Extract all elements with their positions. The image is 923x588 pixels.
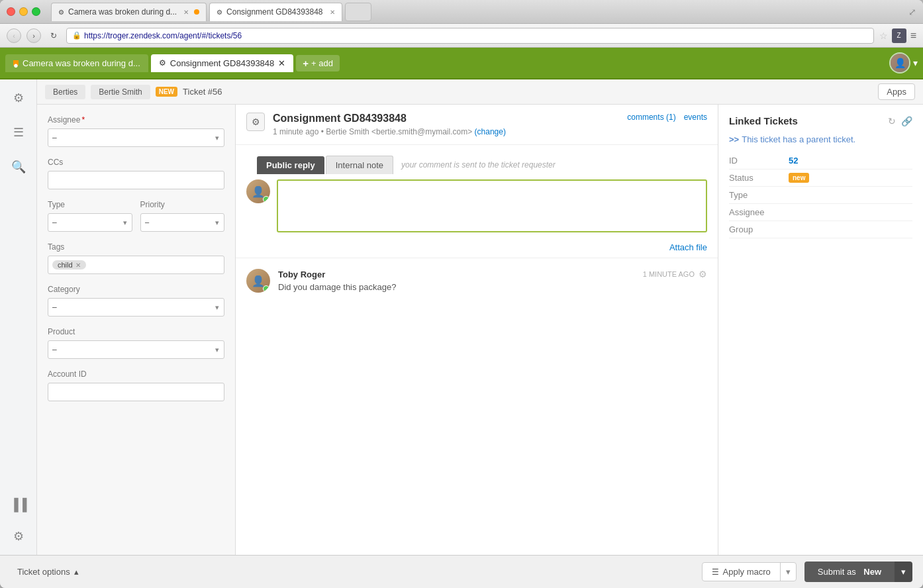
extension-icon[interactable]: Z	[892, 28, 906, 43]
refresh-linked-icon[interactable]: ↻	[888, 116, 896, 126]
apply-macro-dropdown-arrow[interactable]: ▾	[780, 563, 796, 581]
public-reply-tab[interactable]: Public reply	[257, 156, 324, 174]
footer-bar: Ticket options ▴ ☰ Apply macro ▾ Submit …	[0, 555, 923, 588]
new-tab-placeholder[interactable]	[345, 3, 371, 21]
account-id-input[interactable]	[48, 383, 224, 401]
submit-label: Submit as	[818, 567, 856, 577]
linked-id-value[interactable]: 52	[789, 156, 798, 166]
type-label: Type	[48, 200, 132, 209]
reply-tabs: Public reply Internal note your comment …	[236, 145, 718, 174]
maximize-button[interactable]	[32, 7, 40, 16]
ticket-time-ago: 1 minute ago	[273, 127, 318, 136]
browser-menu-icon[interactable]: ≡	[910, 30, 916, 42]
product-select[interactable]: –	[48, 340, 224, 359]
comments-section: 👤 Toby Roger 1 MINUTE AGO ⚙	[236, 258, 718, 555]
comment-options-icon[interactable]: ⚙	[699, 269, 707, 279]
browser-tab-2[interactable]: ⚙ Consignment GD84393848 ✕	[209, 3, 342, 21]
internal-note-tab[interactable]: Internal note	[326, 156, 393, 174]
breadcrumb-berties[interactable]: Berties	[45, 85, 85, 99]
sidebar-gear-icon[interactable]: ⚙	[8, 526, 29, 547]
priority-select[interactable]: –	[140, 213, 225, 232]
minimize-button[interactable]	[19, 7, 28, 16]
ticket-header: ⚙ Consignment GD84393848 1 minute ago • …	[236, 105, 718, 145]
ticket-title: Consignment GD84393848	[273, 113, 619, 124]
reply-hint: your comment is sent to the ticket reque…	[401, 160, 556, 170]
ticket-options-button[interactable]: Ticket options ▴	[11, 563, 85, 581]
online-indicator	[263, 196, 269, 203]
tab-label-1: Camera was broken during d...	[68, 7, 177, 17]
ccs-input[interactable]	[48, 171, 224, 189]
ticket-requester: Bertie Smith <bertie.smith@mymail.com>	[326, 127, 472, 136]
tab-close-2[interactable]: ✕	[330, 9, 335, 16]
priority-select-wrapper: –	[140, 213, 225, 232]
user-dropdown-arrow[interactable]: ▾	[913, 58, 918, 68]
back-button[interactable]: ‹	[7, 28, 21, 43]
type-priority-group: Type – Priority	[48, 200, 224, 232]
linked-type-label: Type	[729, 190, 789, 200]
reply-textarea[interactable]	[277, 179, 707, 232]
ticket-change-link[interactable]: (change)	[475, 127, 506, 136]
user-avatar[interactable]: 👤	[889, 52, 910, 74]
comment-time: 1 MINUTE AGO	[643, 270, 695, 278]
comment-header: Toby Roger 1 MINUTE AGO ⚙	[278, 269, 707, 279]
tab-close-1[interactable]: ✕	[183, 9, 189, 16]
linked-row-id: ID 52	[729, 152, 912, 170]
type-select-wrapper: –	[48, 213, 132, 232]
apps-button[interactable]: Apps	[878, 83, 915, 100]
submit-dropdown-arrow[interactable]: ▾	[895, 562, 912, 582]
tag-child: child ✕	[52, 260, 86, 270]
type-select[interactable]: –	[48, 213, 132, 232]
comment-avatar: 👤	[246, 269, 270, 293]
linked-tickets-title: Linked Tickets	[729, 115, 798, 126]
assignee-select[interactable]: –	[48, 128, 224, 147]
sidebar-menu-icon[interactable]: ☰	[8, 122, 29, 143]
category-field-group: Category –	[48, 285, 224, 317]
product-label: Product	[48, 327, 224, 336]
events-link[interactable]: events	[684, 113, 707, 122]
apply-macro-button[interactable]: ☰ Apply macro	[703, 563, 780, 581]
breadcrumb-bertie-smith[interactable]: Bertie Smith	[91, 85, 150, 99]
tab-label-2: Consignment GD84393848	[226, 7, 322, 17]
forward-button[interactable]: ›	[26, 28, 41, 43]
app-tab-consignment[interactable]: ⚙ Consignment GD84393848 ✕	[151, 54, 294, 72]
refresh-button[interactable]: ↻	[46, 28, 61, 43]
tag-child-text: child	[58, 261, 73, 269]
address-bar[interactable]: 🔒 https://troger.zendesk.com/agent/#/tic…	[66, 28, 874, 44]
category-select-wrapper: –	[48, 298, 224, 317]
sidebar-search-icon[interactable]: 🔍	[8, 156, 29, 177]
tags-field[interactable]: child ✕	[48, 256, 224, 274]
app-tab-camera[interactable]: ● Camera was broken during d...	[5, 54, 148, 72]
tag-child-remove[interactable]: ✕	[75, 262, 81, 269]
tab-favicon-2: ⚙	[217, 9, 222, 16]
window-resize-icon[interactable]: ⤢	[908, 7, 916, 17]
linked-row-assignee: Assignee	[729, 204, 912, 221]
consignment-tab-close[interactable]: ✕	[278, 58, 285, 68]
add-tab-button[interactable]: + + add	[296, 55, 340, 72]
apply-macro-wrapper: ☰ Apply macro ▾	[702, 562, 797, 581]
comment-avatar-img: 👤	[252, 275, 265, 287]
apply-macro-bars-icon: ☰	[712, 567, 719, 577]
comment-row: 👤 Toby Roger 1 MINUTE AGO ⚙	[246, 269, 707, 293]
bookmark-icon[interactable]: ☆	[879, 30, 888, 41]
linked-status-badge: new	[789, 173, 809, 183]
close-button[interactable]	[7, 7, 15, 16]
camera-tab-label: Camera was broken during d...	[23, 58, 140, 68]
assignee-select-wrapper: –	[48, 128, 224, 147]
sidebar-stats-icon[interactable]: ▐▐	[8, 494, 29, 515]
ticket-options-caret: ▴	[74, 567, 79, 577]
linked-row-group: Group	[729, 221, 912, 238]
link-icon[interactable]: 🔗	[901, 116, 912, 126]
browser-toolbar: ‹ › ↻ 🔒 https://troger.zendesk.com/agent…	[0, 24, 923, 48]
type-field-group: Type –	[48, 200, 132, 232]
attach-file-link[interactable]: Attach file	[669, 242, 707, 252]
browser-tab-1[interactable]: ⚙ Camera was broken during d... ✕	[51, 3, 207, 21]
main-area: Assignee – CCs	[37, 105, 923, 555]
ccs-field-group: CCs	[48, 158, 224, 189]
comments-count-link[interactable]: comments (1)	[627, 113, 675, 122]
sidebar-settings-icon[interactable]: ⚙	[8, 87, 29, 109]
parent-arrows: >>	[729, 134, 739, 144]
submit-as-new-button[interactable]: Submit as New	[804, 562, 895, 582]
ticket-settings-button[interactable]: ⚙	[246, 113, 265, 131]
category-select[interactable]: –	[48, 298, 224, 317]
breadcrumb-bar: Berties Bertie Smith NEW Ticket #56 Apps	[37, 79, 923, 105]
